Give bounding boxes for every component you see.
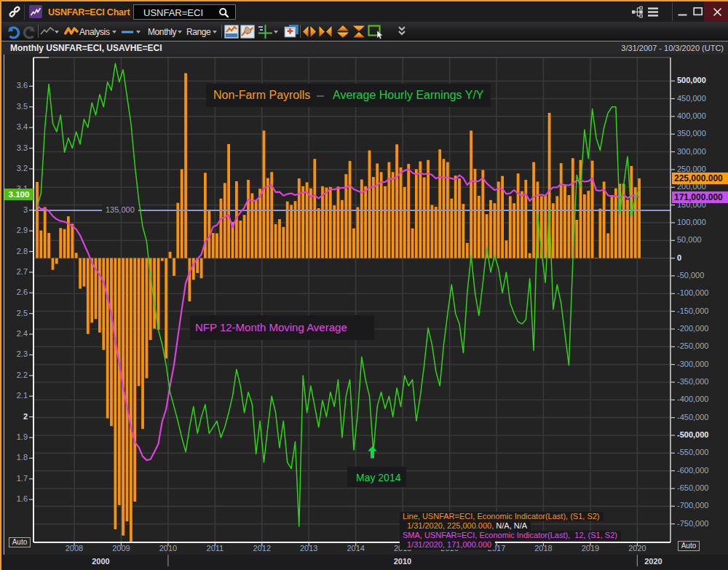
left-axis-auto-button[interactable]: Auto (9, 537, 31, 547)
chart-type-caret[interactable] (55, 31, 59, 33)
legend-row-2: 1/31/2020, 225,000.000, N/A, N/A (400, 518, 531, 528)
analysis-label[interactable]: Analysis (79, 27, 109, 37)
sma-value-badge: 171,000.000 (672, 191, 728, 203)
link-icon[interactable] (8, 5, 21, 18)
crosshair-caret[interactable] (274, 31, 278, 33)
hand-chart-icon[interactable] (240, 25, 255, 39)
chart-title: Monthly USNFAR=ECI, USAVHE=ECI (10, 43, 162, 53)
plot-canvas[interactable] (0, 55, 728, 570)
interval-dropdown[interactable]: Monthly (148, 27, 176, 37)
annotation-green-label[interactable]: Average Hourly Earnings Y/Y (333, 89, 484, 102)
zoom-select-icon[interactable] (368, 25, 384, 39)
main-toolbar: AnalysisMonthlyRange (1, 22, 728, 41)
expand-vertical-icon[interactable] (336, 25, 350, 39)
chart-type-icon[interactable] (40, 26, 55, 36)
analysis-caret[interactable] (112, 31, 116, 33)
toolbar-separator (221, 25, 222, 38)
redo-icon[interactable] (22, 24, 37, 39)
annotation-bars-label[interactable]: Non-Farm Payrolls (213, 89, 310, 102)
close-button[interactable] (704, 1, 728, 22)
range-dropdown[interactable]: Range (186, 27, 210, 37)
right-axis-auto-button[interactable]: Auto (678, 541, 700, 551)
window-border-top (0, 0, 728, 1)
bar-value-badge: 225,000.000 (672, 173, 728, 184)
event-arrow-icon[interactable] (368, 446, 377, 459)
legend-row-4: 1/31/2020, 171,000.000 (400, 537, 495, 547)
expand-horizontal-icon[interactable] (302, 25, 317, 39)
crosshair-icon[interactable] (258, 24, 272, 39)
legend-line4: 1/31/2020, 171,000.000 (400, 540, 495, 550)
range-caret[interactable] (213, 31, 217, 33)
chart-window-icon[interactable] (224, 25, 239, 39)
more-tools-chevron[interactable] (397, 25, 407, 37)
layout-link-icon[interactable] (632, 6, 643, 18)
add-window-icon[interactable] (284, 24, 299, 39)
search-input[interactable]: USNFAR=ECI (133, 4, 236, 20)
annotation-event-box[interactable]: May 2014 (347, 467, 406, 487)
line-style-caret[interactable] (136, 31, 141, 33)
annotation-top-box[interactable]: Non-Farm Payrolls Average Hourly Earning… (206, 84, 491, 107)
menu-icon[interactable] (648, 7, 658, 17)
chart-app-icon (29, 5, 42, 18)
chart-area[interactable]: Non-Farm Payrolls Average Hourly Earning… (0, 55, 728, 570)
interval-caret[interactable] (178, 31, 182, 33)
maximize-button[interactable] (693, 7, 703, 16)
compress-horizontal-icon[interactable] (318, 25, 333, 39)
annotation-event-label[interactable]: May 2014 (356, 472, 400, 483)
chart-header: Monthly USNFAR=ECI, USAVHE=ECI 3/31/2007… (1, 41, 728, 55)
title-bar: USNFAR=ECI Chart USNFAR=ECI (1, 1, 728, 22)
controls-separator (672, 2, 673, 21)
annotation-divider-dash (317, 95, 324, 97)
application-window: USNFAR=ECI Chart USNFAR=ECI AnalysisMont… (0, 0, 728, 570)
annotation-sma-box[interactable]: NFP 12-Month Moving Average (190, 315, 374, 340)
minimize-button[interactable] (678, 6, 687, 17)
window-title: USNFAR=ECI Chart (48, 7, 130, 17)
search-icon[interactable] (218, 7, 229, 18)
legend-row-1: Line, USNFAR=ECI, Economic Indicator(Las… (400, 509, 604, 518)
titlebar-separator (24, 4, 25, 20)
analysis-icon[interactable] (64, 25, 79, 37)
search-value: USNFAR=ECI (143, 7, 203, 18)
legend-row-3: SMA, USNFAR=ECI, Economic Indicator(Last… (400, 528, 621, 537)
green-value-badge: 3.100 (4, 189, 33, 200)
undo-icon[interactable] (6, 24, 21, 39)
toolbar-separator (300, 25, 301, 38)
line-style-icon[interactable] (122, 30, 133, 34)
annotation-sma-label[interactable]: NFP 12-Month Moving Average (195, 321, 347, 333)
compress-vertical-icon[interactable] (352, 25, 366, 39)
toolbar-separator (38, 25, 39, 38)
window-border-left (0, 0, 1, 570)
level-line-label[interactable]: 135,000 (102, 205, 138, 215)
chart-date-range: 3/31/2007 - 10/3/2020 (UTC) (621, 44, 724, 52)
